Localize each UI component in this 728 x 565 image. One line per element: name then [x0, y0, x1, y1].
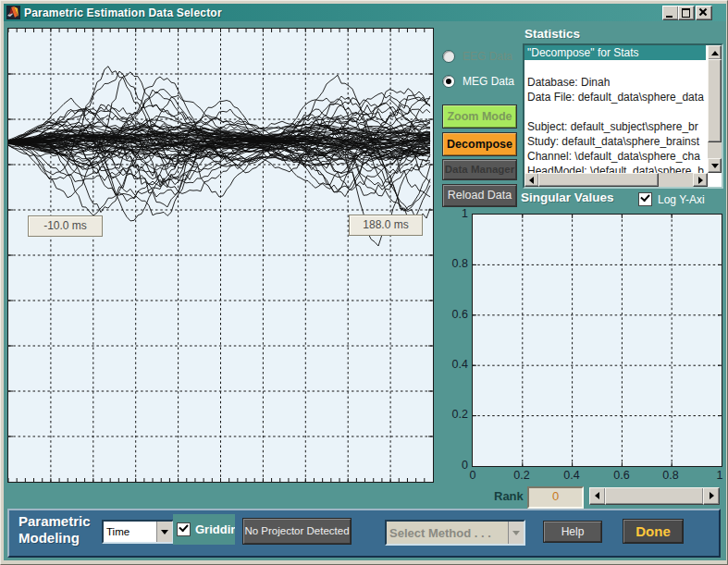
arrow-left-icon: [529, 177, 534, 184]
title-bar[interactable]: Parametric Estimation Data Selector: [4, 4, 726, 21]
x-tick-label: 1: [717, 469, 723, 482]
scrollbar-thumb[interactable]: [708, 59, 722, 142]
chevron-down-icon: [161, 530, 168, 534]
close-icon: [698, 8, 707, 16]
app-window: { "window": { "title": "Parametric Estim…: [0, 0, 728, 565]
list-item[interactable]: [524, 60, 706, 75]
select-method-value: Select Method . . .: [387, 526, 508, 540]
meg-waveforms: [8, 29, 433, 482]
list-item[interactable]: Data File: default_data\sphere_data: [524, 90, 706, 104]
matlab-icon: [6, 6, 20, 19]
gridding-checkbox[interactable]: Gridding: [173, 514, 235, 545]
no-projector-button[interactable]: No Projector Detected: [242, 518, 352, 545]
vertical-scrollbar[interactable]: [708, 45, 722, 173]
rank-label: Rank: [494, 489, 524, 503]
maximize-button[interactable]: [678, 6, 695, 20]
done-button[interactable]: Done: [623, 519, 684, 544]
panel-heading: Parametric Modeling: [19, 513, 91, 547]
checkbox-checked-icon: [177, 522, 191, 536]
time-dropdown[interactable]: Time: [102, 520, 174, 544]
radio-icon: [442, 50, 455, 63]
time-dropdown-value: Time: [104, 526, 156, 537]
scroll-up-button[interactable]: [708, 45, 722, 60]
parametric-modeling-panel: Parametric Modeling Time Gridding No Pro…: [7, 509, 721, 558]
time-end-field[interactable]: 188.0 ms: [349, 215, 423, 236]
x-tick-label: 0: [470, 469, 476, 482]
y-tick-label: 0.6: [452, 308, 468, 321]
scrollbar-thumb[interactable]: [605, 487, 704, 505]
data-manager-button[interactable]: Data Manager: [442, 159, 517, 180]
zoom-mode-button[interactable]: Zoom Mode: [442, 104, 517, 129]
list-item[interactable]: Subject: default_subject\sphere_br: [524, 119, 706, 134]
time-start-field[interactable]: -10.0 ms: [28, 215, 103, 237]
y-tick-label: 0.2: [452, 408, 468, 421]
y-tick-label: 0: [462, 459, 468, 472]
arrow-up-icon: [711, 51, 719, 55]
reload-data-button[interactable]: Reload Data: [442, 184, 517, 207]
y-tick-label: 1: [462, 207, 468, 220]
list-item[interactable]: Database: Dinah: [524, 75, 706, 90]
log-y-axis-checkbox[interactable]: Log Y-Axi: [638, 192, 705, 206]
x-tick-label: 0.6: [613, 469, 629, 482]
help-button[interactable]: Help: [543, 521, 602, 543]
list-item[interactable]: Channel: \default_data\sphere_cha: [524, 149, 706, 164]
select-method-dropdown[interactable]: Select Method . . .: [385, 520, 525, 546]
panel-heading-line1: Parametric: [19, 513, 91, 530]
minimize-button[interactable]: [662, 6, 679, 20]
arrow-left-icon: [595, 492, 599, 499]
rank-field[interactable]: 0: [527, 486, 584, 509]
singular-values-grid: [473, 215, 722, 466]
dropdown-button[interactable]: [156, 522, 172, 542]
y-tick-label: 0.4: [452, 358, 468, 371]
arrow-right-icon: [698, 177, 703, 184]
list-item[interactable]: "Decompose" for Stats: [524, 45, 706, 60]
scroll-left-button[interactable]: [524, 173, 539, 187]
decompose-button[interactable]: Decompose: [442, 132, 517, 156]
minimize-icon: [666, 16, 672, 18]
list-item[interactable]: HeadModel: \default_data\sphere_b: [524, 164, 706, 173]
panel-heading-line2: Modeling: [19, 530, 91, 547]
gridding-label: Gridding: [195, 522, 235, 536]
statistics-listbox[interactable]: "Decompose" for Stats Database: Dinah Da…: [523, 43, 723, 189]
statistics-list: "Decompose" for Stats Database: Dinah Da…: [524, 45, 708, 173]
scroll-right-button[interactable]: [703, 487, 720, 505]
meg-data-label: MEG Data: [463, 75, 514, 88]
statistics-heading: Statistics: [524, 27, 580, 41]
scroll-left-button[interactable]: [589, 487, 606, 505]
list-item[interactable]: [524, 104, 706, 119]
log-y-axis-label: Log Y-Axi: [658, 193, 705, 206]
list-item[interactable]: Study: default_data\sphere_brainst: [524, 134, 706, 149]
window-title: Parametric Estimation Data Selector: [24, 6, 222, 19]
singular-values-plot[interactable]: [472, 214, 722, 467]
y-tick-label: 0.8: [452, 257, 468, 270]
arrow-down-icon: [711, 164, 719, 168]
x-tick-label: 0.8: [662, 469, 678, 482]
scroll-down-button[interactable]: [708, 158, 722, 173]
eeg-data-radio[interactable]: EEG Data: [442, 50, 512, 63]
checkbox-checked-icon: [638, 192, 652, 206]
x-tick-label: 0.4: [563, 469, 579, 482]
eeg-data-label: EEG Data: [463, 50, 512, 63]
arrow-right-icon: [709, 492, 714, 499]
scrollbar-thumb[interactable]: [538, 173, 659, 187]
dropdown-button[interactable]: [508, 522, 524, 544]
meg-data-radio[interactable]: MEG Data: [442, 75, 514, 88]
x-tick-label: 0.2: [513, 469, 529, 482]
chevron-down-icon: [512, 531, 520, 535]
radio-checked-icon: [442, 75, 455, 88]
meg-butterfly-plot[interactable]: [7, 28, 434, 483]
singular-values-heading: Singular Values: [521, 190, 614, 204]
close-button[interactable]: [696, 6, 712, 20]
scroll-right-button[interactable]: [693, 173, 708, 187]
rank-scrollbar[interactable]: [589, 487, 720, 505]
maximize-icon: [682, 8, 690, 18]
horizontal-scrollbar[interactable]: [524, 173, 708, 187]
